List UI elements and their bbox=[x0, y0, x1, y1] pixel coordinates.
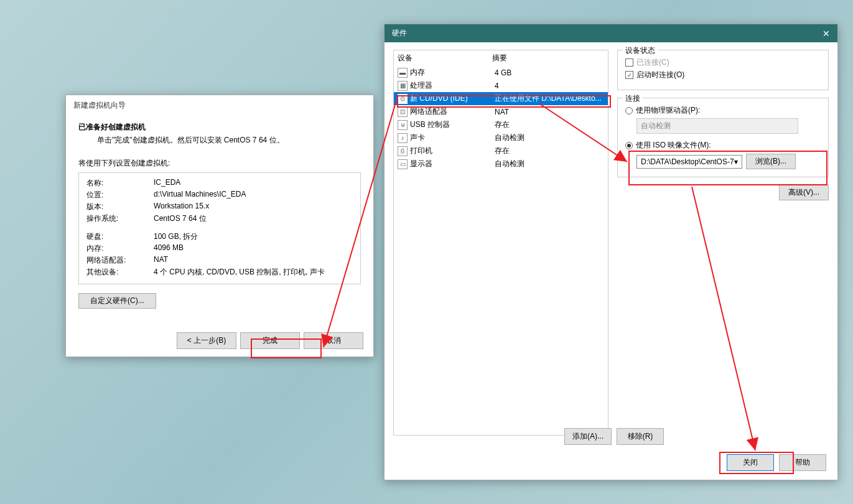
device-cdrom[interactable]: ⊙新 CD/DVD (IDE)正在使用文件 D:\DATA\Deskto... bbox=[394, 92, 608, 105]
location-label: 位置: bbox=[86, 190, 154, 200]
cpu-icon: ▦ bbox=[398, 81, 408, 91]
device-network[interactable]: ⊡网络适配器NAT bbox=[394, 105, 608, 118]
connection-group: 连接 使用物理驱动器(P): 自动检测 使用 ISO 映像文件(M): D:\D… bbox=[617, 98, 829, 177]
device-usb[interactable]: ⊎USB 控制器存在 bbox=[394, 118, 608, 131]
col-device: 设备 bbox=[398, 53, 492, 63]
back-button[interactable]: < 上一步(B) bbox=[177, 332, 236, 349]
device-cpu[interactable]: ▦处理器4 bbox=[394, 79, 608, 92]
name-value: IC_EDA bbox=[154, 178, 353, 189]
wizard-header-bold: 已准备好创建虚拟机 bbox=[78, 122, 361, 133]
help-button[interactable]: 帮助 bbox=[779, 454, 826, 471]
other-value: 4 个 CPU 内核, CD/DVD, USB 控制器, 打印机, 声卡 bbox=[154, 267, 353, 278]
checkbox-icon bbox=[625, 58, 633, 67]
settings-box: 名称:IC_EDA 位置:d:\Virtual Machines\IC_EDA … bbox=[78, 172, 361, 284]
memory-icon: ▬ bbox=[398, 68, 408, 78]
advanced-button[interactable]: 高级(V)... bbox=[779, 185, 829, 200]
device-printer[interactable]: ⎙打印机存在 bbox=[394, 144, 608, 157]
version-value: Workstation 15.x bbox=[154, 202, 353, 212]
col-summary: 摘要 bbox=[492, 53, 507, 63]
usb-icon: ⊎ bbox=[398, 120, 408, 130]
watermark: https://blog.csdn.net/weixin_40377195 bbox=[708, 491, 846, 500]
wizard-body: 将使用下列设置创建虚拟机: 名称:IC_EDA 位置:d:\Virtual Ma… bbox=[66, 153, 373, 314]
status-legend: 设备状态 bbox=[623, 45, 658, 56]
location-value: d:\Virtual Machines\IC_EDA bbox=[154, 190, 353, 200]
printer-icon: ⎙ bbox=[398, 146, 408, 156]
use-iso-radio[interactable]: 使用 ISO 映像文件(M): bbox=[625, 140, 821, 151]
device-display[interactable]: ▭显示器自动检测 bbox=[394, 157, 608, 170]
close-button[interactable]: 关闭 bbox=[727, 454, 774, 471]
remove-device-button[interactable]: 移除(R) bbox=[617, 428, 664, 445]
connected-checkbox: 已连接(C) bbox=[625, 57, 821, 68]
wizard-note: 将使用下列设置创建虚拟机: bbox=[78, 158, 361, 169]
wizard-header: 已准备好创建虚拟机 单击"完成"创建虚拟机。然后可以安装 CentOS 7 64… bbox=[66, 116, 373, 153]
hardware-title-text: 硬件 bbox=[392, 28, 407, 39]
wizard-header-sub: 单击"完成"创建虚拟机。然后可以安装 CentOS 7 64 位。 bbox=[97, 135, 361, 146]
radio-checked-icon bbox=[625, 142, 633, 149]
os-value: CentOS 7 64 位 bbox=[154, 213, 353, 224]
version-label: 版本: bbox=[86, 202, 154, 212]
finish-button[interactable]: 完成 bbox=[240, 332, 300, 349]
name-label: 名称: bbox=[86, 178, 154, 189]
other-label: 其他设备: bbox=[86, 267, 154, 278]
hardware-dialog: 硬件 ✕ 设备 摘要 ▬内存4 GB ▦处理器4 ⊙新 CD/DVD (IDE)… bbox=[384, 24, 838, 480]
os-label: 操作系统: bbox=[86, 213, 154, 224]
new-vm-wizard-dialog: 新建虚拟机向导 已准备好创建虚拟机 单击"完成"创建虚拟机。然后可以安装 Cen… bbox=[65, 95, 374, 357]
cdrom-icon: ⊙ bbox=[398, 94, 408, 104]
chevron-down-icon: ▾ bbox=[734, 157, 738, 166]
device-status-group: 设备状态 已连接(C) ✓启动时连接(O) bbox=[617, 50, 829, 90]
close-icon[interactable]: ✕ bbox=[823, 29, 830, 39]
iso-path-select[interactable]: D:\DATA\Desktop\CentOS-7▾ bbox=[636, 155, 742, 169]
physical-drive-select: 自动检测 bbox=[636, 118, 798, 134]
add-device-button[interactable]: 添加(A)... bbox=[564, 428, 612, 445]
disk-label: 硬盘: bbox=[86, 231, 154, 242]
use-physical-radio[interactable]: 使用物理驱动器(P): bbox=[625, 105, 821, 116]
device-sound[interactable]: ♪声卡自动检测 bbox=[394, 131, 608, 144]
wizard-title: 新建虚拟机向导 bbox=[66, 95, 373, 116]
network-icon: ⊡ bbox=[398, 107, 408, 117]
display-icon: ▭ bbox=[398, 159, 408, 169]
net-label: 网络适配器: bbox=[86, 255, 154, 266]
cancel-button[interactable]: 取消 bbox=[304, 332, 363, 349]
customize-hardware-button[interactable]: 自定义硬件(C)... bbox=[78, 293, 156, 309]
checkbox-checked-icon: ✓ bbox=[625, 71, 633, 79]
memory-value: 4096 MB bbox=[154, 243, 353, 254]
device-list: 设备 摘要 ▬内存4 GB ▦处理器4 ⊙新 CD/DVD (IDE)正在使用文… bbox=[393, 50, 608, 436]
connection-legend: 连接 bbox=[623, 93, 643, 104]
device-memory[interactable]: ▬内存4 GB bbox=[394, 66, 608, 79]
connect-on-start-checkbox[interactable]: ✓启动时连接(O) bbox=[625, 70, 821, 80]
hardware-titlebar: 硬件 ✕ bbox=[385, 24, 837, 42]
browse-button[interactable]: 浏览(B)... bbox=[746, 154, 796, 169]
memory-label: 内存: bbox=[86, 243, 154, 254]
radio-icon bbox=[625, 107, 633, 114]
disk-value: 100 GB, 拆分 bbox=[154, 231, 353, 242]
sound-icon: ♪ bbox=[398, 133, 408, 143]
net-value: NAT bbox=[154, 255, 353, 266]
